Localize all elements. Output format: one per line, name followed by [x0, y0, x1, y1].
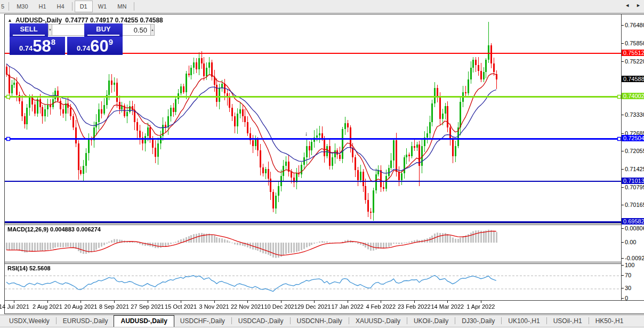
timeframe-button-h1[interactable]: H1 — [34, 1, 52, 12]
date-axis-tick — [148, 301, 148, 303]
toolbar-separator — [134, 2, 134, 11]
price-axis-badge: 0.75512 — [622, 50, 644, 56]
tab-separator — [455, 317, 455, 324]
chart-symbol-label: AUDUSD-,Daily — [15, 17, 62, 24]
timeframe-toolbar: 5M30H1H4D1W1MN — [0, 0, 644, 13]
sell-price-prefix: 0.74 — [19, 44, 33, 52]
timeframe-button-h4[interactable]: H4 — [52, 1, 70, 12]
tab-separator — [589, 317, 589, 324]
buy-price-prefix: 0.74 — [77, 44, 90, 52]
chart-ohlc-values: 0.74777 0.74917 0.74255 0.74588 — [65, 17, 163, 24]
down-arrow-marker[interactable]: ↓ — [305, 130, 308, 137]
chart-tab-usoil[interactable]: USOil-,H1 — [548, 316, 588, 327]
rsi-axis-tick: 70 — [625, 272, 631, 278]
price-axis-badge: 0.74588 — [622, 76, 644, 82]
tab-scroll-right-icon[interactable]: ► — [636, 3, 641, 8]
tab-separator — [546, 317, 547, 324]
date-axis-tick — [80, 301, 81, 303]
chart-tab-usdcnh[interactable]: USDCNH-,Daily — [291, 316, 348, 327]
date-axis-tick — [481, 301, 481, 303]
date-axis-tick — [181, 301, 181, 303]
price-axis-tick: 0.71425 — [625, 166, 644, 172]
collapse-panel-icon[interactable]: ▲ — [7, 18, 12, 23]
sell-underline — [13, 35, 45, 36]
sell-price-pip: 8 — [51, 37, 55, 46]
chart-header: ▲ AUDUSD-,Daily 0.74777 0.74917 0.74255 … — [7, 17, 163, 24]
price-axis-tick: 0.75220 — [625, 58, 644, 65]
buy-price-quote[interactable]: 0.74609 — [67, 37, 123, 55]
one-click-trade-panel: SELL ▼ ▲ BUY 0.74588 0.74609 — [10, 23, 123, 55]
tab-separator — [501, 317, 502, 324]
sell-price-big: 58 — [33, 39, 51, 54]
macd-axis-tick: 0.00 — [625, 239, 636, 245]
date-axis-tick — [314, 301, 315, 303]
date-axis-label: 1 Apr 2022 — [460, 303, 502, 310]
macd-label: MACD(12,26,9) 0.004883 0.006274 — [7, 226, 101, 232]
rsi-label: RSI(14) 52.5608 — [7, 265, 51, 271]
date-axis-tick — [414, 301, 415, 303]
status-strip — [0, 327, 644, 329]
volume-increase-icon[interactable]: ▲ — [150, 24, 155, 36]
macd-axis-tick: -0.00928 — [625, 255, 644, 261]
rsi-axis-tick: 30 — [625, 285, 631, 291]
price-axis-tick: 0.70795 — [625, 184, 644, 190]
buy-button[interactable]: BUY — [84, 23, 123, 37]
timeframe-button-d1[interactable]: D1 — [75, 1, 93, 12]
chart-tab-usdcad[interactable]: USDCAD-,Daily — [232, 316, 289, 327]
tab-scroll-left-icon[interactable]: ◄ — [625, 3, 630, 8]
sell-button[interactable]: SELL — [10, 23, 48, 37]
date-axis-tick — [447, 301, 448, 303]
price-axis-badge: 0.71013 — [622, 178, 644, 184]
date-axis-tick — [214, 301, 215, 303]
chart-tab-uk100[interactable]: UK100-,H1 — [502, 316, 545, 327]
date-axis-tick — [247, 301, 248, 303]
chart-tab-ukoil[interactable]: UKOil-,Daily — [408, 316, 454, 327]
price-axis-separator[interactable] — [621, 14, 622, 300]
date-axis-tick — [114, 301, 115, 303]
chart-tab-xauusd[interactable]: XAUUSD-,Daily — [350, 316, 406, 327]
chart-window-bottom-border — [4, 314, 644, 314]
sell-price-quote[interactable]: 0.74588 — [10, 37, 65, 55]
date-axis-tick — [281, 301, 281, 303]
rsi-indicator-canvas[interactable] — [5, 264, 621, 300]
macd-axis-tick: 0.008061 — [625, 225, 644, 231]
tab-separator — [290, 317, 291, 324]
chart-tab-audusd[interactable]: AUDUSD-,Daily — [114, 315, 174, 327]
date-axis-tick — [14, 301, 14, 303]
buy-price-pip: 9 — [109, 37, 113, 46]
price-axis-badge: 0.74002 — [622, 93, 644, 99]
toolbar-separator — [72, 2, 73, 11]
price-axis-tick: 0.72055 — [625, 148, 644, 154]
timeframe-button-mn[interactable]: MN — [112, 1, 132, 12]
chart-tab-usdx[interactable]: USDX,Weekly — [3, 316, 55, 327]
timeframe-button-m30[interactable]: M30 — [11, 1, 33, 12]
chart-tab-usdchf[interactable]: USDCHF-,Daily — [174, 316, 231, 327]
tab-separator — [349, 317, 349, 324]
rsi-axis-tick: 100 — [625, 262, 634, 268]
macd-pane-bottom-border[interactable] — [4, 262, 621, 262]
toolbar-separator — [9, 2, 9, 11]
tab-separator — [407, 317, 407, 324]
buy-price-big: 60 — [90, 39, 108, 54]
tab-scroll-buttons: ◄ ► — [625, 3, 641, 8]
price-axis-tick: 0.73330 — [625, 111, 644, 118]
date-axis-tick — [348, 301, 348, 303]
chart-tab-bar: USDX,WeeklyEURUSD-,DailyAUDUSD-,DailyUSD… — [0, 315, 644, 327]
main-pane-bottom-border — [4, 223, 621, 223]
mt4-terminal: 5M30H1H4D1W1MN ▲ AUDUSD-,Daily 0.74777 0… — [0, 0, 644, 329]
rsi-axis-tick: 0 — [625, 295, 628, 301]
timeframe-button-5[interactable]: 5 — [0, 1, 6, 12]
price-axis-tick: 0.70165 — [625, 202, 644, 208]
chart-tab-dj30[interactable]: DJ30-,Daily — [456, 316, 501, 327]
price-axis-badge: 0.69582 — [622, 218, 644, 224]
tab-separator — [56, 317, 57, 324]
chart-tab-hk50[interactable]: HK50-,H1 — [590, 316, 630, 327]
price-axis-tick: 0.75850 — [625, 40, 644, 46]
chart-tab-eurusd[interactable]: EURUSD-,Daily — [57, 316, 114, 327]
rsi-pane-bottom-border — [4, 300, 644, 301]
volume-decrease-icon[interactable]: ▼ — [48, 24, 52, 36]
price-axis-badge: 0.72504 — [622, 135, 644, 141]
date-axis-tick — [47, 301, 48, 303]
timeframe-button-w1[interactable]: W1 — [93, 1, 112, 12]
date-axis-tick — [381, 301, 381, 303]
